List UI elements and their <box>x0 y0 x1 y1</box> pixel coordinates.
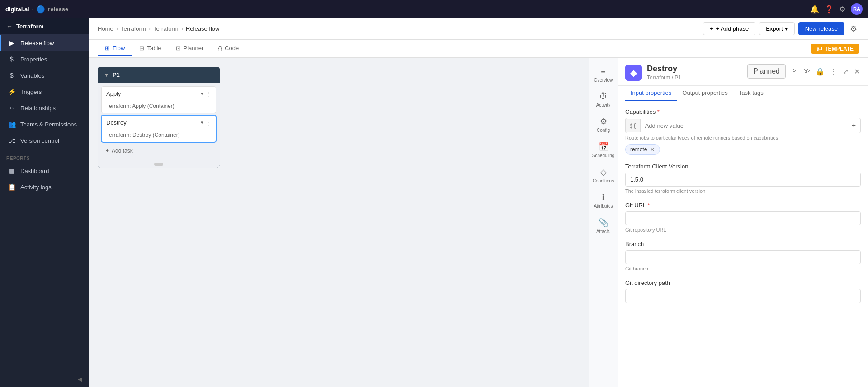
tab-planner[interactable]: ⊡ Planner <box>169 41 211 56</box>
git-url-field-group: Git URL * Git repository URL <box>625 202 861 233</box>
template-button[interactable]: 🏷 TEMPLATE <box>811 44 859 54</box>
sidebar-item-teams-permissions[interactable]: 👥 Teams & Permissions <box>0 116 89 132</box>
capabilities-field-group: Capabilities * ${ + Route jobs to partic… <box>625 108 861 155</box>
plus-icon: + <box>710 25 713 32</box>
version-control-icon: ⎇ <box>8 137 16 144</box>
panel-sidebar-icons: ≡ Overview ⏱ Activity ⚙ Config 📅 Schedul… <box>589 58 618 387</box>
task-destroy-more-icon[interactable]: ⋮ <box>205 119 211 126</box>
sidebar-item-version-control[interactable]: ⎇ Version control <box>0 132 89 149</box>
panel-icon-conditions[interactable]: ◇ Conditions <box>591 163 616 187</box>
capabilities-input[interactable] <box>641 119 847 132</box>
git-dir-path-input[interactable] <box>625 289 861 303</box>
sidebar-collapse-btn[interactable]: ◀ <box>0 371 89 387</box>
scheduling-icon: 📅 <box>599 142 609 152</box>
task-card-destroy-header: Destroy ▾ ⋮ <box>102 116 216 130</box>
sidebar-item-variables[interactable]: $ Variables <box>0 67 89 84</box>
panel-icon-overview[interactable]: ≡ Overview <box>591 63 616 86</box>
panel-tab-output-properties[interactable]: Output properties <box>677 86 733 101</box>
help-icon[interactable]: ❓ <box>825 5 834 14</box>
task-tags-tab-label: Task tags <box>739 89 764 96</box>
activity-icon-label: Activity <box>596 103 611 107</box>
panel-header-actions: Planned 🏳 👁 🔒 ⋮ ⤢ ✕ <box>747 64 861 79</box>
planner-tab-label: Planner <box>184 45 204 51</box>
collapse-icon: ◀ <box>78 376 82 382</box>
logo-area: digital.ai · 🔵 release <box>5 5 68 14</box>
panel-close-icon[interactable]: ✕ <box>853 66 861 77</box>
capabilities-hint: Route jobs to particular types of remote… <box>625 135 861 140</box>
panel-logo-icon: ◆ <box>630 67 637 78</box>
sidebar-item-activity-logs[interactable]: 📋 Activity logs <box>0 179 89 195</box>
sidebar-item-triggers[interactable]: ⚡ Triggers <box>0 84 89 100</box>
phase-chevron-icon: ▼ <box>104 72 109 78</box>
phase-p1: ▼ P1 Apply ▾ ⋮ <box>98 67 220 168</box>
cap-add-btn[interactable]: + <box>847 118 860 133</box>
git-url-input[interactable] <box>625 211 861 225</box>
code-tab-label: Code <box>225 45 239 51</box>
tab-flow[interactable]: ⊞ Flow <box>98 41 132 56</box>
capabilities-label: Capabilities * <box>625 108 861 115</box>
panel-icon-scheduling[interactable]: 📅 Scheduling <box>591 138 616 162</box>
sidebar-item-properties[interactable]: $ Properties <box>0 51 89 67</box>
dashboard-icon: ▦ <box>8 167 16 174</box>
panel-content: Capabilities * ${ + Route jobs to partic… <box>618 101 868 387</box>
panel-more-icon[interactable]: ⋮ <box>829 66 838 77</box>
breadcrumb-terraform1[interactable]: Terraform <box>121 25 146 32</box>
topbar-right: 🔔 ❓ ⚙ RA <box>810 3 863 15</box>
tab-table[interactable]: ⊟ Table <box>132 41 168 56</box>
cap-prefix-icon: ${ <box>626 119 641 132</box>
avatar[interactable]: RA <box>851 3 863 15</box>
breadcrumb-home[interactable]: Home <box>98 25 113 32</box>
product-name: release <box>48 6 68 13</box>
page-settings-icon[interactable]: ⚙ <box>848 22 859 36</box>
breadcrumb-terraform2[interactable]: Terraform <box>153 25 179 32</box>
config-icon: ⚙ <box>600 117 607 126</box>
task-apply-more-icon[interactable]: ⋮ <box>205 90 211 97</box>
task-destroy-subtitle: Terraform: Destroy (Container) <box>106 132 180 138</box>
phase-body: Apply ▾ ⋮ Terraform: Apply (Container) <box>98 83 220 161</box>
panel-main: ◆ Destroy Terraform / P1 Planned 🏳 <box>618 58 868 387</box>
task-destroy-dropdown-icon[interactable]: ▾ <box>201 120 203 126</box>
task-card-destroy[interactable]: Destroy ▾ ⋮ Terraform: Destroy (Containe… <box>101 115 216 142</box>
panel-tab-task-tags[interactable]: Task tags <box>733 86 769 101</box>
attach-icon: 📎 <box>599 218 609 228</box>
tab-code[interactable]: {} Code <box>211 41 246 56</box>
activity-icon: ⏱ <box>599 92 608 101</box>
tag-remote-remove[interactable]: ✕ <box>650 146 655 153</box>
terraform-version-input[interactable] <box>625 173 861 187</box>
bell-icon[interactable]: 🔔 <box>810 5 819 14</box>
teams-icon: 👥 <box>8 121 16 128</box>
export-button[interactable]: Export ▾ <box>759 22 795 35</box>
status-badge[interactable]: Planned <box>747 64 786 79</box>
panel-icon-config[interactable]: ⚙ Config <box>591 113 616 136</box>
panel-icon-attach[interactable]: 📎 Attach. <box>591 214 616 238</box>
panel-icon-activity[interactable]: ⏱ Activity <box>591 88 616 111</box>
sidebar-back-btn[interactable]: ← Terraform <box>0 18 89 35</box>
git-url-label: Git URL * <box>625 202 861 209</box>
git-url-hint: Git repository URL <box>625 227 861 233</box>
panel-expand-icon[interactable]: ⤢ <box>842 66 849 77</box>
task-card-apply[interactable]: Apply ▾ ⋮ Terraform: Apply (Container) <box>101 86 216 113</box>
add-phase-button[interactable]: + + Add phase <box>703 22 755 35</box>
status-badge-label: Planned <box>752 66 781 76</box>
flag-icon[interactable]: 🏳 <box>789 66 798 76</box>
sidebar-item-release-flow[interactable]: ▶ Release flow <box>0 35 89 51</box>
new-release-button[interactable]: New release <box>798 22 844 35</box>
sidebar-item-dashboard[interactable]: ▦ Dashboard <box>0 163 89 179</box>
add-phase-label: + Add phase <box>716 25 749 32</box>
scroll-handle <box>154 163 163 166</box>
sidebar-item-relationships[interactable]: ↔ Relationships <box>0 100 89 116</box>
eye-icon[interactable]: 👁 <box>802 66 811 76</box>
branch-input[interactable] <box>625 250 861 264</box>
table-tab-label: Table <box>147 45 161 51</box>
panel-icon-attributes[interactable]: ℹ Attributes <box>591 189 616 212</box>
task-apply-dropdown-icon[interactable]: ▾ <box>201 91 203 97</box>
task-destroy-actions: ▾ ⋮ <box>201 119 211 126</box>
panel-tabs: Input properties Output properties Task … <box>618 86 868 101</box>
panel-tab-input-properties[interactable]: Input properties <box>625 86 677 101</box>
settings-icon[interactable]: ⚙ <box>839 5 845 14</box>
capabilities-tags: remote ✕ <box>625 144 861 155</box>
add-task-btn[interactable]: + Add task <box>101 144 216 158</box>
right-panel: ≡ Overview ⏱ Activity ⚙ Config 📅 Schedul… <box>589 58 868 387</box>
panel-subtitle: Terraform / P1 <box>647 75 681 81</box>
panel-lock-icon[interactable]: 🔒 <box>815 66 826 77</box>
